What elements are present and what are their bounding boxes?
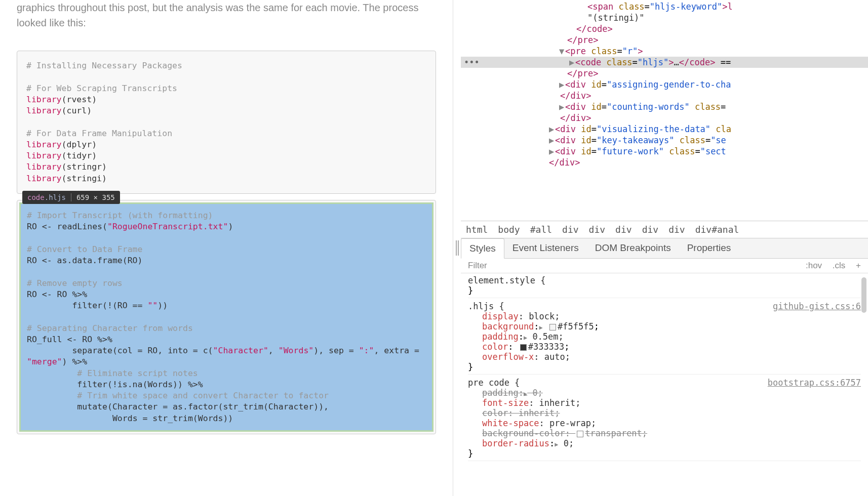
expand-icon[interactable]: ▶ (558, 79, 565, 90)
scrollbar[interactable] (861, 277, 866, 313)
color-swatch[interactable] (577, 431, 583, 437)
cls-toggle[interactable]: .cls (833, 261, 846, 270)
code-pre-1: # Installing Necessary Packages # For We… (26, 60, 426, 184)
color-swatch[interactable] (520, 344, 527, 351)
crumb-item[interactable]: div#anal (695, 224, 739, 235)
split-handle[interactable] (453, 0, 461, 496)
code-block-1: # Installing Necessary Packages # For We… (17, 51, 436, 194)
code-pre-2: # Import Transcript (with formatting) RO… (27, 210, 426, 424)
tab-event-listeners[interactable]: Event Listeners (504, 238, 587, 258)
dom-tree[interactable]: <span class="hljs-keyword">l "(stringi)"… (461, 0, 868, 221)
crumb-item[interactable]: div (589, 224, 606, 235)
tab-dom-breakpoints[interactable]: DOM Breakpoints (587, 238, 679, 258)
expand-icon[interactable]: ▶ (568, 57, 575, 67)
crumb-item[interactable]: div (642, 224, 659, 235)
filter-row: Filter :hov .cls + (461, 259, 868, 273)
css-rule-element-style: element.style { } (468, 275, 861, 298)
crumb-item[interactable]: html (466, 224, 488, 235)
css-rule-hljs: .hljs {github-gist.css:6 display: block;… (468, 301, 861, 375)
styles-tabs: Styles Event Listeners DOM Breakpoints P… (461, 238, 868, 259)
selected-dom-node[interactable]: •••▶<code class="hljs">…</code> == (461, 57, 868, 68)
crumb-item[interactable]: body (498, 224, 520, 235)
source-link[interactable]: bootstrap.css:6757 (768, 378, 861, 388)
tab-styles[interactable]: Styles (461, 238, 504, 259)
crumb-item[interactable]: div (615, 224, 632, 235)
filter-input[interactable]: Filter (468, 261, 487, 271)
breadcrumb[interactable]: html body #all div div div div div div#a… (461, 221, 868, 238)
inspector-tooltip: code.hljs 659 × 355 (22, 191, 120, 204)
source-link[interactable]: github-gist.css:6 (773, 301, 861, 311)
styles-pane[interactable]: element.style { } .hljs {github-gist.css… (461, 273, 868, 496)
page-content: graphics throughout this post, but the a… (0, 0, 453, 496)
code-block-2-highlighted: code.hljs 659 × 355 # Import Transcript … (17, 200, 436, 434)
hov-toggle[interactable]: :hov (806, 261, 822, 270)
expand-icon[interactable]: ▶ (548, 135, 555, 145)
color-swatch[interactable] (549, 324, 556, 330)
crumb-item[interactable]: div (562, 224, 579, 235)
tab-properties[interactable]: Properties (679, 238, 739, 258)
expand-icon[interactable]: ▼ (558, 46, 565, 56)
add-rule-button[interactable]: + (856, 261, 861, 270)
crumb-item[interactable]: div (668, 224, 685, 235)
intro-paragraph: graphics throughout this post, but the a… (17, 0, 436, 30)
expand-icon[interactable]: ▶ (548, 124, 555, 134)
expand-icon[interactable]: ▶ (558, 102, 565, 112)
css-rule-pre-code: pre code {bootstrap.css:6757 padding:▶ 0… (468, 378, 861, 461)
devtools-panel: <span class="hljs-keyword">l "(stringi)"… (461, 0, 868, 496)
expand-icon[interactable]: ▶ (548, 146, 555, 156)
crumb-item[interactable]: #all (530, 224, 552, 235)
